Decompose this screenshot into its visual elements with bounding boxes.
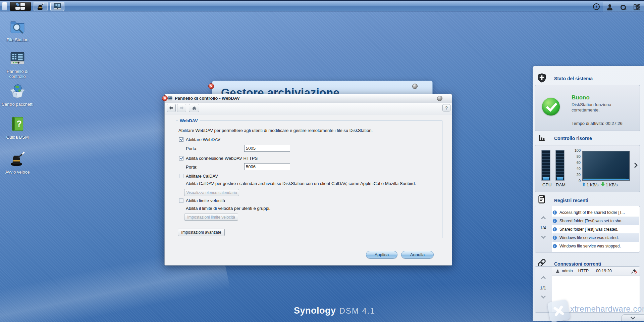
enable-speed-limit-checkbox[interactable] xyxy=(179,198,183,203)
dialog-toolbar xyxy=(165,103,452,115)
back-button[interactable] xyxy=(167,104,176,112)
log-row: Shared folder [Test] was created. xyxy=(552,225,639,233)
ram-meter xyxy=(555,150,565,181)
uptime: Tempo di attività: 00:27:26 xyxy=(572,121,623,126)
status-value: Buono xyxy=(572,94,590,101)
forward-button[interactable] xyxy=(177,104,186,112)
log-row: Access right of the shared folder [T... xyxy=(552,208,639,217)
download-arrow-icon xyxy=(601,182,605,186)
cancel-button[interactable]: Annulla xyxy=(401,251,434,259)
log-text: Windows file service was stopped. xyxy=(559,244,621,248)
log-row: Windows file service was stopped. xyxy=(552,242,639,250)
https-port-input[interactable] xyxy=(244,163,290,170)
taskbar-right-group xyxy=(603,2,644,12)
widget-panel-collapse-tab[interactable] xyxy=(621,314,644,321)
calendar-list-button[interactable]: Visualizza elenco calendario xyxy=(184,189,239,196)
user-icon xyxy=(555,269,560,273)
connection-duration: 00:19:20 xyxy=(596,269,612,273)
show-desktop-button[interactable] xyxy=(2,2,7,10)
desktop-icon-label: File Station xyxy=(1,37,34,42)
minimize-button[interactable] xyxy=(437,96,442,101)
resource-monitor-card: CPU RAM 100 80 60 40 20 0 1 KB/s 1 KB/s xyxy=(535,145,640,192)
taskbar: i xyxy=(0,0,644,11)
speed-limit-description: Abilita il limite di velocità per utenti… xyxy=(186,206,270,211)
bar-chart-icon xyxy=(538,134,546,142)
open-app-control-panel-button[interactable] xyxy=(50,2,64,11)
enable-caldav-checkbox[interactable] xyxy=(179,174,183,178)
desktop-icon-quick-start[interactable]: Avvio veloce xyxy=(1,150,34,175)
connections-page-indicator: 1/1 xyxy=(540,285,546,290)
cpu-label: CPU xyxy=(542,182,551,187)
log-text: Access right of the shared folder [T... xyxy=(559,210,625,215)
help-button[interactable]: ? xyxy=(442,104,450,111)
webdav-port-input[interactable] xyxy=(244,145,290,152)
info-icon[interactable]: i xyxy=(593,3,600,10)
upload-speed: 1 KB/s xyxy=(587,183,598,187)
dialog-control-panel-webdav: Pannello di controllo - WebDAV ? WebDAV … xyxy=(164,94,452,266)
search-icon[interactable] xyxy=(620,4,627,11)
system-status-card: Buono DiskStation funziona correttamente… xyxy=(535,85,640,131)
connections-pager: 1/1 xyxy=(535,267,552,312)
y-tick: 40 xyxy=(571,167,581,171)
main-menu-button[interactable] xyxy=(10,2,31,11)
y-tick: 80 xyxy=(571,154,581,158)
main-menu-icon xyxy=(15,3,25,10)
home-icon xyxy=(192,105,197,111)
desktop-icon-package-center[interactable]: Centro pacchetti xyxy=(1,83,34,107)
advanced-settings-button[interactable]: Impostazioni avanzate xyxy=(178,229,225,236)
upload-arrow-icon xyxy=(582,182,586,186)
info-icon xyxy=(552,244,557,248)
pilot-view-icon[interactable] xyxy=(633,4,641,11)
control-panel-icon xyxy=(167,96,173,101)
connections-title: Connessioni correnti xyxy=(554,261,601,267)
enable-https-checkbox[interactable] xyxy=(179,156,183,160)
log-row: Windows file service was started. xyxy=(552,233,639,242)
download-line xyxy=(584,179,626,179)
control-panel-device-icon xyxy=(9,50,26,66)
connections-card: 1/1 admin HTTP 00:19:20 xyxy=(535,266,640,313)
minimize-button[interactable] xyxy=(412,84,418,89)
close-button[interactable] xyxy=(162,95,168,101)
log-text: Windows file service was started. xyxy=(559,235,619,240)
y-tick: 100 xyxy=(571,148,581,152)
dialog-titlebar[interactable]: Pannello di controllo - WebDAV xyxy=(165,94,452,103)
webdav-section-legend: WebDAV xyxy=(178,118,200,123)
help-book-icon: ? xyxy=(9,116,26,132)
disconnect-icon[interactable] xyxy=(631,269,637,274)
dsm-version-text: DSM 4.1 xyxy=(339,306,375,315)
apply-button[interactable]: Applica xyxy=(366,251,397,259)
enable-webdav-label: Abilitare WebDAV xyxy=(186,137,220,142)
logs-page-indicator: 1/4 xyxy=(540,225,546,230)
page-down-icon[interactable] xyxy=(541,294,546,298)
status-detail: DiskStation funziona correttamente. xyxy=(572,102,627,113)
y-tick: 20 xyxy=(571,173,581,177)
desktop-icon-label: Avvio veloce xyxy=(1,170,34,175)
page-up-icon[interactable] xyxy=(541,276,546,281)
collapse-chevron-icon xyxy=(631,315,635,320)
logs-pager: 1/4 xyxy=(535,206,552,252)
desktop-icon-control-panel[interactable]: Pannello di controllo xyxy=(1,50,34,79)
network-usage-chart xyxy=(582,151,630,181)
svg-text:?: ? xyxy=(17,119,22,128)
user-icon[interactable] xyxy=(606,4,613,11)
page-down-icon[interactable] xyxy=(541,234,546,239)
upload-line xyxy=(583,179,629,180)
expand-chevron-icon[interactable] xyxy=(634,162,638,168)
speed-limit-settings-button[interactable]: Impostazioni limite velocità xyxy=(184,214,238,221)
log-document-icon xyxy=(538,195,546,204)
quick-launch-button[interactable] xyxy=(34,2,48,11)
arrow-right-icon xyxy=(179,105,184,110)
recent-logs-card: 1/4 Access right of the shared folder [T… xyxy=(535,206,640,252)
desktop-icon-label: Guida DSM xyxy=(1,135,34,140)
enable-webdav-checkbox[interactable] xyxy=(179,137,183,142)
info-icon xyxy=(552,219,557,223)
desktop-icon-file-station[interactable]: File Station xyxy=(1,18,34,42)
webdav-description: Abilitare WebDAV per permettere agli ute… xyxy=(178,128,373,133)
home-button[interactable] xyxy=(189,104,199,112)
page-up-icon[interactable] xyxy=(541,216,546,221)
desktop-icon-dsm-help[interactable]: ? Guida DSM xyxy=(1,116,34,140)
control-panel-icon xyxy=(53,2,62,11)
resource-monitor-title: Controllo risorse xyxy=(554,136,592,141)
close-button[interactable] xyxy=(208,83,214,89)
https-port-label: Porta: xyxy=(186,165,198,170)
